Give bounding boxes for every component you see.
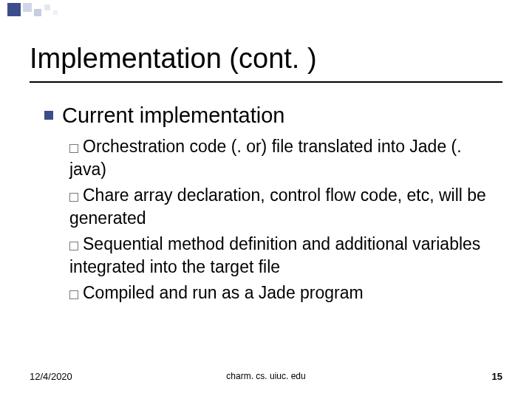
hollow-square-icon [69, 290, 78, 299]
bullet-level2: Chare array declaration, control flow co… [69, 184, 502, 230]
level2-rest: array declaration, control flow code, et… [69, 185, 486, 228]
hollow-square-icon [69, 242, 78, 250]
square-icon [7, 3, 21, 16]
bullet-level2: Orchestration code (. or) file translate… [69, 135, 502, 181]
bullet-level2: Sequential method definition and additio… [69, 233, 502, 279]
title-rule [30, 81, 502, 83]
bullet-level1: Current implementation [44, 103, 502, 128]
square-icon [53, 10, 58, 15]
bullet-level2: Compiled and run as a Jade program [69, 282, 502, 304]
footer-url: charm. cs. uiuc. edu [0, 371, 532, 381]
level1-text: Current implementation [62, 103, 284, 128]
corner-decoration [0, 0, 532, 21]
page-number: 15 [492, 371, 502, 382]
square-icon [44, 4, 50, 10]
hollow-square-icon [69, 193, 78, 202]
level2-lead: Orchestration [83, 137, 185, 156]
level2-lead: Sequential [83, 234, 163, 253]
square-icon [34, 9, 41, 16]
square-bullet-icon [44, 111, 53, 120]
square-icon [23, 3, 32, 12]
footer: 12/4/2020 charm. cs. uiuc. edu 15 [0, 371, 532, 386]
hollow-square-icon [69, 144, 78, 153]
slide-title: Implementation (cont. ) [30, 43, 317, 75]
level2-lead: Compiled [83, 283, 154, 302]
slide: Implementation (cont. ) Current implemen… [0, 0, 532, 399]
slide-body: Current implementation Orchestration cod… [44, 103, 502, 307]
level2-lead: Chare [83, 185, 129, 205]
level2-rest: and run as a Jade program [154, 283, 364, 302]
